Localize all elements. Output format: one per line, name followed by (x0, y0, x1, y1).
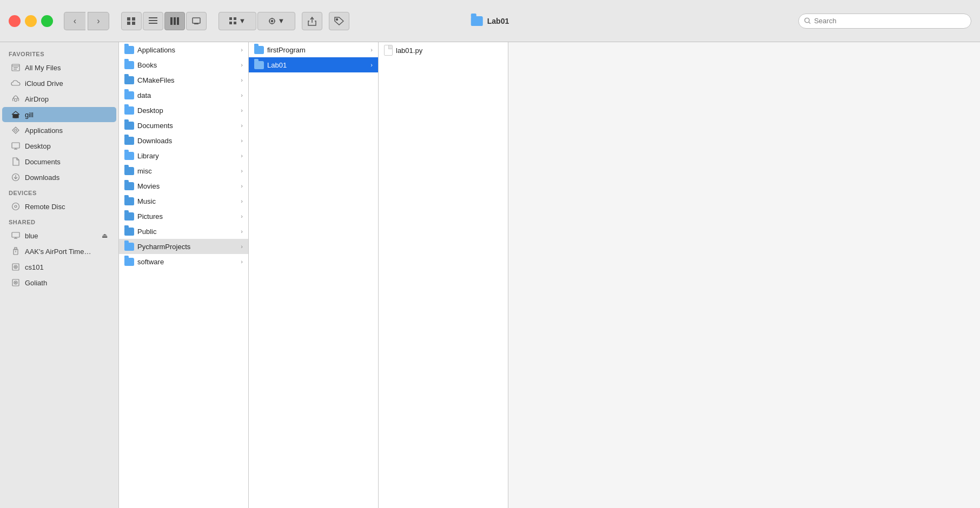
chevron-icon: › (241, 77, 243, 83)
nav-buttons: ‹ › (64, 12, 109, 30)
title-bar: ‹ › (0, 0, 980, 42)
maximize-button[interactable] (41, 15, 53, 27)
chevron-icon: › (241, 152, 243, 159)
home-icon (11, 110, 21, 119)
folder-icon (124, 91, 134, 99)
sidebar-item-airdrop[interactable]: AirDrop (2, 91, 116, 106)
folder-icon (124, 167, 134, 175)
icloud-icon (11, 78, 21, 88)
col1-misc[interactable]: misc › (119, 163, 248, 178)
column-3: lab01.py (379, 42, 508, 508)
chevron-icon: › (241, 213, 243, 219)
sidebar-item-cs101[interactable]: cs101 (2, 259, 116, 275)
sidebar-item-blue[interactable]: blue ⏏ (2, 228, 116, 243)
col1-desktop[interactable]: Desktop › (119, 103, 248, 118)
airport-icon (11, 246, 21, 256)
share-button[interactable] (302, 12, 322, 30)
close-button[interactable] (9, 15, 21, 27)
documents-label: Documents (25, 158, 61, 166)
applications-label: Applications (25, 126, 63, 135)
window-title: Lab01 (487, 17, 509, 25)
view-cover-button[interactable] (186, 12, 207, 30)
column-2: firstProgram › Lab01 › (249, 42, 379, 508)
title-folder-icon (471, 16, 483, 26)
col1-books[interactable]: Books › (119, 57, 248, 72)
sidebar: Favorites All My Files iCloud Drive (0, 42, 119, 508)
svg-rect-4 (149, 17, 157, 18)
svg-point-40 (12, 203, 19, 210)
svg-rect-2 (127, 22, 130, 25)
chevron-icon: › (241, 228, 243, 235)
chevron-icon: › (241, 107, 243, 113)
col1-music[interactable]: Music › (119, 193, 248, 209)
sidebar-item-all-my-files[interactable]: All My Files (2, 60, 116, 75)
svg-rect-6 (149, 23, 157, 24)
forward-button[interactable]: › (88, 12, 109, 30)
view-icon-button[interactable] (121, 12, 142, 30)
applications-icon (11, 125, 21, 135)
col1-software[interactable]: software › (119, 254, 248, 269)
chevron-icon: › (241, 183, 243, 189)
shared-header: Shared (0, 215, 118, 228)
svg-point-49 (14, 265, 17, 269)
folder-icon (124, 197, 134, 205)
col3-lab01py[interactable]: lab01.py (379, 42, 508, 58)
window-title-area: Lab01 (471, 16, 509, 26)
airdrop-label: AirDrop (25, 95, 49, 103)
disc-icon (11, 202, 21, 211)
search-bar[interactable] (798, 14, 971, 29)
tag-button[interactable] (329, 12, 349, 30)
chevron-icon: › (241, 168, 243, 174)
folder-icon (124, 106, 134, 115)
view-list-button[interactable] (143, 12, 163, 30)
minimize-button[interactable] (25, 15, 37, 27)
col1-data[interactable]: data › (119, 88, 248, 103)
column-1: Applications › Books › CMakeFiles › data… (119, 42, 249, 508)
col1-applications[interactable]: Applications › (119, 42, 248, 57)
devices-header: Devices (0, 185, 118, 198)
sidebar-item-goliath[interactable]: Goliath (2, 275, 116, 290)
search-input[interactable] (814, 17, 965, 25)
svg-point-23 (336, 18, 338, 20)
col1-downloads[interactable]: Downloads › (119, 133, 248, 148)
action-button[interactable]: ▼ (257, 12, 295, 30)
sidebar-item-icloud-drive[interactable]: iCloud Drive (2, 76, 116, 91)
back-button[interactable]: ‹ (64, 12, 85, 30)
sidebar-item-documents[interactable]: Documents (2, 154, 116, 169)
col1-pycharmprojects[interactable]: PycharmProjects › (119, 239, 248, 254)
svg-point-41 (15, 205, 17, 208)
col2-firstprogram[interactable]: firstProgram › (249, 42, 378, 57)
folder-icon (124, 152, 134, 160)
eject-icon[interactable]: ⏏ (102, 232, 108, 239)
chevron-icon: › (241, 243, 243, 250)
col1-library[interactable]: Library › (119, 148, 248, 163)
sidebar-item-desktop[interactable]: Desktop (2, 138, 116, 153)
chevron-icon: › (241, 137, 243, 144)
folder-icon (124, 122, 134, 130)
svg-point-32 (15, 129, 17, 131)
col2-lab01[interactable]: Lab01 › (249, 57, 378, 72)
chevron-icon: › (370, 46, 373, 53)
folder-icon (124, 46, 134, 54)
chevron-icon: › (241, 62, 243, 68)
col1-cmakefiles[interactable]: CMakeFiles › (119, 72, 248, 88)
col1-documents[interactable]: Documents › (119, 118, 248, 133)
svg-rect-9 (177, 17, 179, 25)
action-dropdown-arrow: ▼ (278, 17, 285, 25)
sidebar-item-aak-airport[interactable]: AAK's AirPort Time… (2, 244, 116, 259)
sidebar-item-downloads[interactable]: Downloads (2, 170, 116, 185)
window-controls (9, 15, 53, 27)
chevron-icon: › (241, 122, 243, 129)
arrange-button[interactable]: ▼ (218, 12, 256, 30)
col1-pictures[interactable]: Pictures › (119, 209, 248, 224)
sidebar-item-remote-disc[interactable]: Remote Disc (2, 199, 116, 214)
folder-icon (254, 46, 264, 54)
folder-icon (124, 228, 134, 236)
col1-movies[interactable]: Movies › (119, 178, 248, 193)
sidebar-item-gill[interactable]: gill (2, 107, 116, 122)
folder-icon (124, 61, 134, 69)
sidebar-item-applications[interactable]: Applications (2, 123, 116, 138)
view-column-button[interactable] (164, 12, 185, 30)
svg-rect-42 (12, 232, 19, 237)
col1-public[interactable]: Public › (119, 224, 248, 239)
